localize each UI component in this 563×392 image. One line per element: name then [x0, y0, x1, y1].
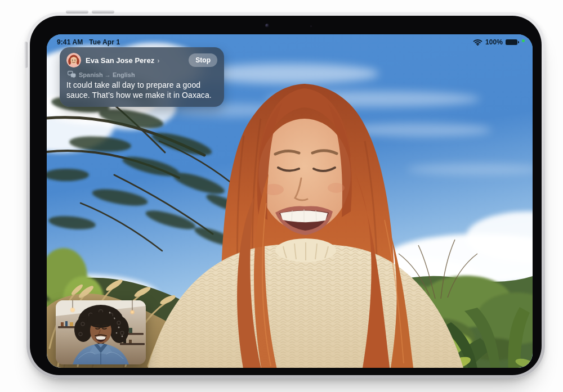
ipad-device-frame: 9:41 AM Tue Apr 1 100%	[26, 12, 545, 379]
chevron-right-icon: ›	[157, 56, 159, 65]
front-camera	[265, 24, 269, 28]
caller-name: Eva San Jose Perez	[86, 56, 154, 65]
screen: 9:41 AM Tue Apr 1 100%	[47, 34, 533, 368]
memoji-avatar	[66, 53, 81, 67]
top-button	[24, 42, 28, 68]
volume-up-button	[66, 10, 88, 13]
battery-percent: 100%	[485, 38, 503, 46]
ambient-sensor	[310, 25, 312, 27]
stop-button[interactable]: Stop	[189, 53, 217, 67]
pip-self-view[interactable]	[56, 300, 146, 364]
device-bezel: 9:41 AM Tue Apr 1 100%	[30, 16, 542, 375]
pip-video-scene	[56, 300, 146, 364]
language-line: Spanish → English	[79, 71, 135, 78]
status-time: 9:41 AM	[57, 38, 83, 46]
translation-notification[interactable]: Eva San Jose Perez › Stop Spanish → Engl…	[60, 47, 224, 107]
wifi-icon	[473, 39, 482, 46]
translated-message: It could take all day to prepare a good …	[66, 80, 220, 101]
status-date: Tue Apr 1	[89, 38, 120, 46]
notification-header[interactable]: Eva San Jose Perez › Stop	[66, 53, 217, 67]
camera-indicator-dot	[522, 39, 525, 42]
battery-icon	[506, 39, 517, 45]
translate-icon	[68, 71, 76, 78]
volume-down-button	[92, 10, 114, 13]
